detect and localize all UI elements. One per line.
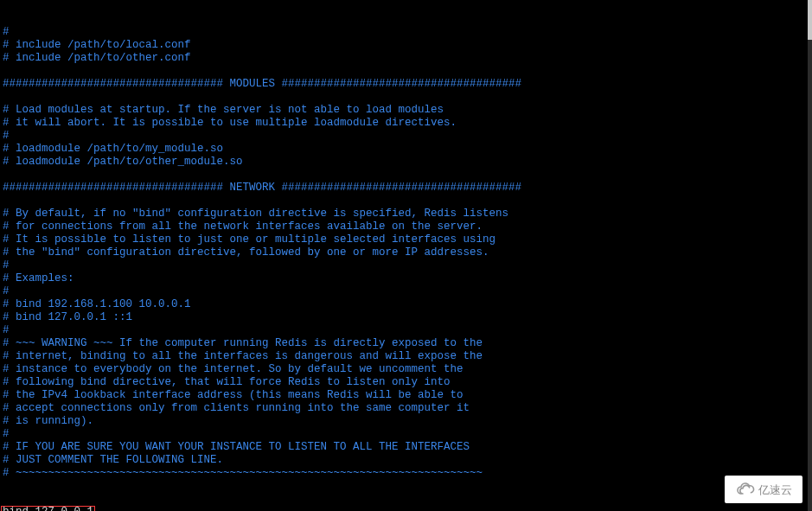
comment-line: # — [3, 130, 805, 143]
comment-line: # loadmodule /path/to/other_module.so — [3, 156, 805, 169]
comment-line: # include /path/to/local.conf — [3, 39, 805, 52]
comment-line: # following bind directive, that will fo… — [3, 376, 805, 389]
bind-directive-line: bind 127.0.0.1 — [3, 506, 805, 511]
comment-line: # ~~~~~~~~~~~~~~~~~~~~~~~~~~~~~~~~~~~~~~… — [3, 467, 805, 480]
comment-line: # include /path/to/other.conf — [3, 52, 805, 65]
config-file-content: ## include /path/to/local.conf# include … — [3, 26, 805, 480]
watermark-text: 亿速云 — [758, 483, 792, 496]
comment-line: ################################## NETWO… — [3, 182, 805, 195]
comment-line: # Load modules at startup. If the server… — [3, 104, 805, 117]
comment-line: # — [3, 26, 805, 39]
comment-line: # — [3, 259, 805, 272]
scrollbar-track[interactable] — [808, 0, 812, 511]
comment-line: # It is possible to listen to just one o… — [3, 233, 805, 246]
comment-line: # Examples: — [3, 272, 805, 285]
bind-highlight: bind 127.0.0.1 — [1, 506, 95, 511]
comment-line: # accept connections only from clients r… — [3, 402, 805, 415]
comment-line: # IF YOU ARE SURE YOU WANT YOUR INSTANCE… — [3, 441, 805, 454]
comment-line: # — [3, 428, 805, 441]
terminal-viewport[interactable]: ## include /path/to/local.conf# include … — [0, 0, 808, 511]
comment-line — [3, 169, 805, 182]
comment-line: # loadmodule /path/to/my_module.so — [3, 143, 805, 156]
comment-line: # — [3, 285, 805, 298]
comment-line: # the "bind" configuration directive, fo… — [3, 246, 805, 259]
comment-line: # is running). — [3, 415, 805, 428]
comment-line: # the IPv4 lookback interface address (t… — [3, 389, 805, 402]
comment-line: # instance to everybody on the internet.… — [3, 363, 805, 376]
comment-line: # bind 192.168.1.100 10.0.0.1 — [3, 298, 805, 311]
comment-line — [3, 195, 805, 208]
comment-line: # ~~~ WARNING ~~~ If the computer runnin… — [3, 337, 805, 350]
comment-line: # internet, binding to all the interface… — [3, 350, 805, 363]
cloud-icon — [736, 482, 755, 496]
comment-line: # — [3, 324, 805, 337]
watermark-badge: 亿速云 — [725, 476, 802, 503]
comment-line — [3, 65, 805, 78]
comment-line: # it will abort. It is possible to use m… — [3, 117, 805, 130]
comment-line: # bind 127.0.0.1 ::1 — [3, 311, 805, 324]
scrollbar-thumb[interactable] — [808, 0, 812, 40]
comment-line: ################################## MODUL… — [3, 78, 805, 91]
comment-line — [3, 91, 805, 104]
comment-line: # for connections from all the network i… — [3, 220, 805, 233]
comment-line: # By default, if no "bind" configuration… — [3, 208, 805, 220]
comment-line: # JUST COMMENT THE FOLLOWING LINE. — [3, 454, 805, 467]
